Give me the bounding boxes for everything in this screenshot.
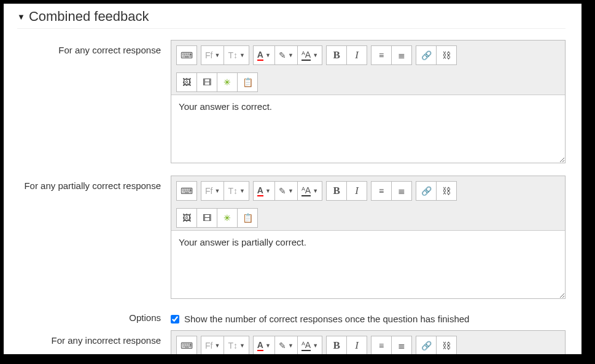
chevron-down-icon: ▼ (239, 52, 245, 58)
link-icon: 🔗 (421, 341, 432, 350)
clipboard-button[interactable]: 📋 (237, 208, 258, 228)
image-button[interactable]: 🖼 (176, 72, 197, 92)
checkbox-show-num-correct[interactable] (171, 315, 179, 323)
unlink-icon: ⛓ (442, 50, 451, 60)
editor-partial-content[interactable]: Your answer is partially correct. (171, 231, 565, 298)
label-options: Options (17, 311, 171, 323)
font-color-button[interactable]: A▼ (253, 181, 275, 201)
font-size-button[interactable]: T↕▼ (224, 181, 249, 201)
clipboard-button[interactable]: 📋 (237, 72, 258, 92)
format-button[interactable]: ᴬA▼ (297, 45, 322, 65)
list-ol-icon: ≣ (398, 50, 405, 60)
emoji-button[interactable]: ✳ (217, 72, 238, 92)
italic-button[interactable]: I (346, 336, 367, 355)
list-ol-icon: ≣ (398, 186, 405, 196)
emoji-icon: ✳ (224, 213, 231, 223)
label-partial-response: For any partially correct response (17, 176, 171, 191)
editor-correct-content[interactable]: Your answer is correct. (171, 95, 565, 163)
editor-toolbar: ⌨ Ff▼ T↕▼ A▼ ✎▼ ᴬA▼ B I (171, 41, 565, 95)
list-ol-icon: ≣ (398, 341, 405, 350)
chevron-down-icon: ▼ (313, 188, 318, 194)
ordered-list-button[interactable]: ≣ (391, 45, 412, 65)
chevron-down-icon: ▼ (214, 188, 220, 194)
editor-toolbar: ⌨ Ff▼ T↕▼ A▼ ✎▼ ᴬA▼ B I (171, 331, 565, 358)
section-title: Combined feedback (29, 9, 149, 25)
highlight-button[interactable]: ✎▼ (274, 336, 298, 355)
chevron-down-icon: ▼ (288, 188, 294, 194)
unordered-list-button[interactable]: ≡ (371, 336, 392, 355)
media-icon: 🎞 (203, 213, 211, 223)
keyboard-icon: ⌨ (181, 186, 193, 196)
italic-button[interactable]: I (346, 45, 367, 65)
editor-correct-response: ⌨ Ff▼ T↕▼ A▼ ✎▼ ᴬA▼ B I (171, 40, 566, 163)
chevron-down-icon: ▼ (265, 52, 271, 58)
toolbar-toggle-button[interactable]: ⌨ (176, 181, 197, 201)
highlight-button[interactable]: ✎▼ (274, 181, 298, 201)
section-toggle-combined-feedback[interactable]: ▼ Combined feedback (17, 9, 566, 29)
unlink-icon: ⛓ (442, 186, 451, 196)
bold-button[interactable]: B (326, 45, 347, 65)
font-color-button[interactable]: A▼ (253, 336, 275, 355)
image-button[interactable]: 🖼 (176, 208, 197, 228)
option-show-num-correct[interactable]: Show the number of correct responses onc… (171, 311, 566, 324)
media-icon: 🎞 (203, 77, 211, 87)
label-incorrect-response: For any incorrect response (17, 330, 171, 346)
chevron-down-icon: ▼ (265, 343, 271, 349)
chevron-down-icon: ▼ (239, 188, 245, 194)
list-ul-icon: ≡ (379, 341, 384, 350)
list-ul-icon: ≡ (379, 186, 384, 196)
font-size-button[interactable]: T↕▼ (224, 45, 249, 65)
label-correct-response: For any correct response (17, 40, 171, 55)
chevron-down-icon: ▼ (265, 188, 271, 194)
unordered-list-button[interactable]: ≡ (371, 45, 392, 65)
toolbar-toggle-button[interactable]: ⌨ (176, 336, 197, 355)
image-icon: 🖼 (182, 213, 191, 223)
link-button[interactable]: 🔗 (416, 181, 437, 201)
clipboard-icon: 📋 (243, 77, 253, 87)
bold-button[interactable]: B (326, 181, 347, 201)
unlink-button[interactable]: ⛓ (436, 45, 457, 65)
editor-incorrect-response: ⌨ Ff▼ T↕▼ A▼ ✎▼ ᴬA▼ B I (171, 330, 566, 364)
highlight-button[interactable]: ✎▼ (274, 45, 298, 65)
link-icon: 🔗 (421, 50, 432, 60)
chevron-down-icon: ▼ (288, 343, 294, 349)
chevron-down-icon: ▼ (313, 52, 318, 58)
media-button[interactable]: 🎞 (196, 208, 217, 228)
emoji-icon: ✳ (224, 77, 231, 87)
emoji-button[interactable]: ✳ (217, 208, 238, 228)
editor-incorrect-content[interactable] (171, 358, 565, 364)
font-family-button[interactable]: Ff▼ (201, 336, 224, 355)
media-button[interactable]: 🎞 (196, 72, 217, 92)
chevron-down-icon: ▼ (214, 52, 220, 58)
font-family-button[interactable]: Ff▼ (201, 181, 224, 201)
link-icon: 🔗 (421, 186, 432, 196)
link-button[interactable]: 🔗 (416, 45, 437, 65)
unlink-button[interactable]: ⛓ (436, 181, 457, 201)
editor-toolbar: ⌨ Ff▼ T↕▼ A▼ ✎▼ ᴬA▼ B I (171, 176, 565, 231)
editor-partial-response: ⌨ Ff▼ T↕▼ A▼ ✎▼ ᴬA▼ B I (171, 176, 566, 299)
chevron-down-icon: ▼ (239, 343, 245, 349)
keyboard-icon: ⌨ (181, 50, 193, 60)
toolbar-toggle-button[interactable]: ⌨ (176, 45, 197, 65)
format-button[interactable]: ᴬA▼ (297, 336, 322, 355)
chevron-down-icon: ▼ (313, 343, 318, 349)
link-button[interactable]: 🔗 (416, 336, 437, 355)
font-family-button[interactable]: Ff▼ (201, 45, 224, 65)
caret-down-icon: ▼ (17, 12, 25, 21)
image-icon: 🖼 (182, 77, 191, 87)
font-color-button[interactable]: A▼ (253, 45, 275, 65)
unlink-icon: ⛓ (442, 341, 451, 350)
keyboard-icon: ⌨ (181, 341, 193, 350)
chevron-down-icon: ▼ (214, 343, 220, 349)
italic-button[interactable]: I (346, 181, 367, 201)
chevron-down-icon: ▼ (288, 52, 294, 58)
format-button[interactable]: ᴬA▼ (297, 181, 322, 201)
unlink-button[interactable]: ⛓ (436, 336, 457, 355)
font-size-button[interactable]: T↕▼ (224, 336, 249, 355)
checkbox-label: Show the number of correct responses onc… (184, 314, 469, 324)
list-ul-icon: ≡ (379, 50, 384, 60)
bold-button[interactable]: B (326, 336, 347, 355)
unordered-list-button[interactable]: ≡ (371, 181, 392, 201)
ordered-list-button[interactable]: ≣ (391, 181, 412, 201)
ordered-list-button[interactable]: ≣ (391, 336, 412, 355)
